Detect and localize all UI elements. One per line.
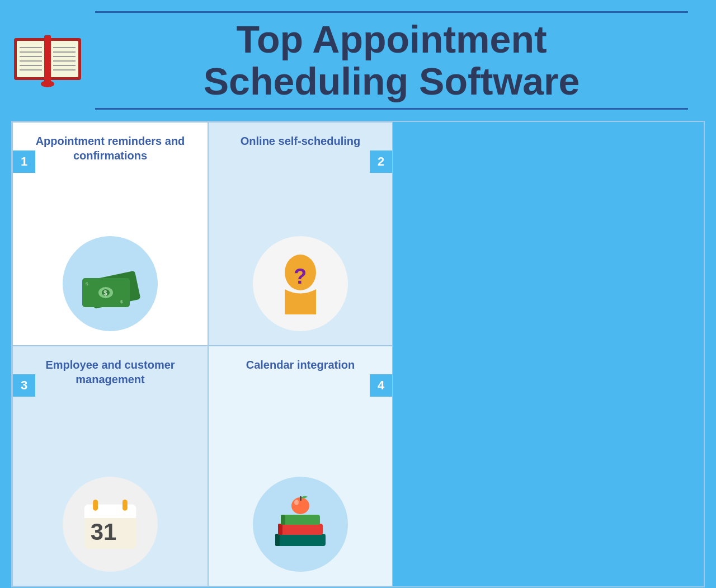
- cell-title-3: Employee and customer management: [21, 357, 199, 387]
- svg-point-42: [294, 500, 299, 505]
- calendar-icon-circle: 31: [63, 477, 158, 572]
- svg-rect-3: [50, 41, 78, 77]
- main-title: Top Appointment Scheduling Software: [95, 18, 688, 102]
- svg-text:$: $: [103, 289, 107, 297]
- feature-cell-1: 1 Appointment reminders and confirmation…: [12, 122, 208, 346]
- features-grid: 1 Appointment reminders and confirmation…: [11, 121, 705, 587]
- books-icon-circle: [253, 477, 348, 572]
- feature-cell-2: 2 Online self-scheduling ?: [208, 122, 393, 346]
- svg-text:?: ?: [294, 265, 307, 288]
- number-badge-1: 1: [13, 150, 35, 173]
- person-question-icon-circle: ?: [253, 236, 348, 331]
- number-badge-3: 3: [13, 374, 35, 397]
- svg-rect-36: [278, 524, 323, 535]
- svg-rect-35: [275, 534, 280, 546]
- svg-rect-37: [278, 524, 282, 535]
- svg-rect-32: [123, 500, 128, 511]
- svg-rect-16: [44, 35, 51, 83]
- feature-cell-4: 4 Calendar integration: [208, 346, 393, 586]
- cell-title-4: Calendar integration: [246, 357, 355, 372]
- title-area: Top Appointment Scheduling Software: [84, 11, 699, 110]
- feature-cell-3: 3 Employee and customer management 31: [12, 346, 208, 586]
- svg-text:31: 31: [91, 518, 116, 544]
- svg-text:$: $: [86, 281, 88, 286]
- svg-rect-38: [281, 515, 320, 525]
- money-icon-circle: $ $ $: [63, 236, 158, 331]
- header: Top Appointment Scheduling Software: [0, 0, 716, 115]
- cell-title-2: Online self-scheduling: [241, 134, 360, 148]
- number-badge-4: 4: [370, 374, 392, 397]
- book-logo-icon: [11, 30, 84, 91]
- svg-rect-34: [275, 534, 326, 546]
- svg-rect-30: [84, 512, 136, 518]
- svg-rect-31: [93, 500, 98, 511]
- svg-rect-41: [300, 496, 302, 501]
- svg-rect-39: [281, 515, 285, 525]
- number-badge-2: 2: [370, 150, 392, 173]
- cell-title-1: Appointment reminders and confirmations: [21, 134, 199, 163]
- svg-text:$: $: [120, 299, 123, 304]
- svg-point-17: [41, 81, 54, 87]
- svg-rect-2: [17, 41, 45, 77]
